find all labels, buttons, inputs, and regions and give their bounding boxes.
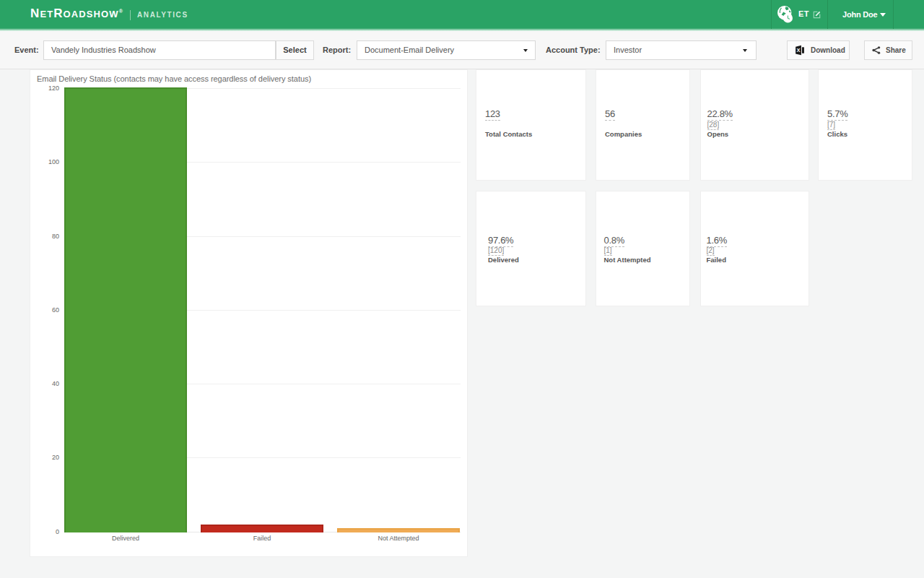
svg-text:X: X <box>796 47 800 53</box>
